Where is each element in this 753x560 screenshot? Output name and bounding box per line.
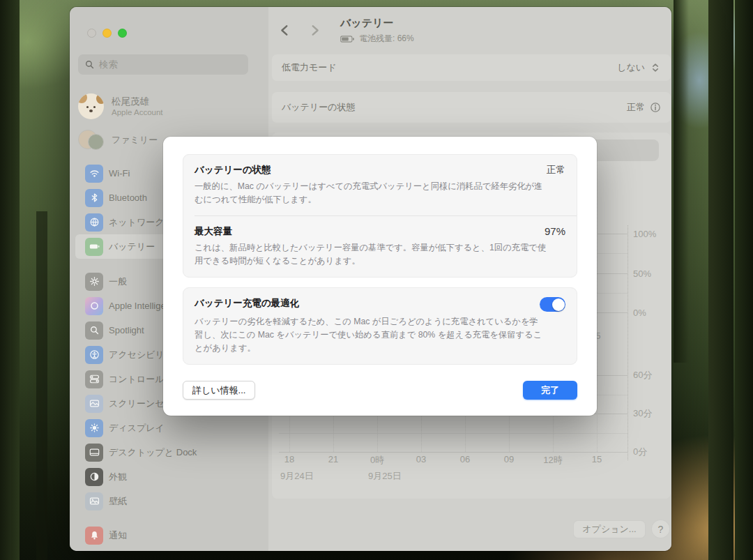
gridline [279, 433, 628, 434]
tree-trunk [735, 0, 753, 560]
sidebar-item-label: 外観 [109, 471, 127, 483]
family-label: ファミリー [112, 134, 158, 146]
spotlight-icon [85, 321, 103, 340]
search-icon [84, 59, 95, 70]
battery-health-row[interactable]: バッテリーの状態 正常 [272, 92, 671, 123]
row-label: バッテリーの状態 [282, 101, 356, 114]
sidebar-item-label: Spotlight [109, 325, 144, 335]
battery-level-icon [340, 35, 355, 43]
sidebar-item-label: バッテリー [109, 241, 155, 253]
sidebar-item-notifications[interactable]: 通知 [75, 523, 263, 547]
tree-trunk [708, 0, 733, 560]
screen-saver-icon [85, 395, 103, 413]
section-description: バッテリーの劣化を軽減するため、この Mac が日ごろどのように充電されているか… [195, 315, 547, 355]
section-title: バッテリー充電の最適化 [195, 297, 299, 310]
sidebar-group-notifications: 通知 [75, 523, 263, 547]
notifications-icon [85, 527, 103, 545]
page-title: バッテリー [340, 17, 414, 30]
y-tick-label: 50% [633, 268, 669, 279]
family-avatars [78, 129, 104, 151]
avatar [78, 93, 104, 119]
sidebar-item-label: 通知 [109, 529, 127, 542]
account-name: 松尾茂雄 [112, 96, 163, 108]
max-capacity-value: 97% [545, 225, 565, 237]
general-icon [85, 273, 103, 291]
section-description: 一般的に、Mac のバッテリーはすべての充電式バッテリーと同様に消耗品で経年劣化… [195, 180, 547, 206]
health-capacity-card: バッテリーの状態 正常 一般的に、Mac のバッテリーはすべての充電式バッテリー… [183, 154, 577, 278]
sidebar-item-desktop-dock[interactable]: デスクトップと Dock [75, 440, 263, 464]
wifi-icon [85, 165, 103, 183]
section-description: これは、新品時と比較したバッテリー容量の基準です。容量が低下すると、1回の充電で… [195, 241, 547, 268]
sidebar-item-apple-account[interactable]: 松尾茂雄 Apple Account [78, 90, 261, 122]
gridline [597, 142, 598, 452]
y-tick-label: 60分 [633, 369, 669, 381]
zoom-button[interactable] [118, 29, 127, 38]
back-button[interactable] [278, 24, 291, 37]
x-tick-label: 03 [407, 454, 435, 464]
date-label: 9月25日 [368, 470, 402, 483]
sidebar-item-label: Wi-Fi [109, 168, 130, 179]
optimized-charging-card: バッテリー充電の最適化 バッテリーの劣化を軽減するため、この Mac が日ごろど… [183, 287, 577, 365]
apple-intelligence-icon [85, 297, 103, 315]
tree-trunk [674, 0, 689, 363]
sidebar-item-label: ネットワーク [109, 216, 165, 229]
info-icon[interactable] [650, 102, 661, 113]
wallpaper-icon [85, 492, 103, 510]
close-button[interactable] [87, 29, 96, 38]
sidebar-item-label: ディスプレイ [109, 422, 165, 434]
x-tick-label: 21 [319, 454, 347, 464]
low-power-mode-row[interactable]: 低電力モード しない [272, 54, 671, 81]
section-title: 最大容量 [195, 225, 232, 238]
sidebar-item-wallpaper[interactable]: 壁紙 [75, 489, 263, 513]
row-label: 低電力モード [282, 61, 337, 74]
y-tick-label: 0% [633, 308, 669, 318]
optimized-charging-toggle[interactable] [540, 297, 565, 312]
display-icon [85, 419, 103, 437]
row-value: 正常 [627, 101, 645, 114]
x-tick-label: 18 [275, 454, 303, 464]
y-tick-label: 100% [633, 229, 669, 239]
battery-icon [85, 238, 103, 256]
x-tick-label: 09 [495, 454, 523, 464]
optimized-charging-section: バッテリー充電の最適化 バッテリーの劣化を軽減するため、この Mac が日ごろど… [183, 288, 577, 364]
battery-health-section: バッテリーの状態 正常 一般的に、Mac のバッテリーはすべての充電式バッテリー… [183, 155, 577, 215]
done-button[interactable]: 完了 [523, 381, 577, 400]
stepper-icon[interactable] [650, 62, 661, 73]
options-button[interactable]: オプション... [573, 520, 646, 538]
traffic-lights [87, 29, 127, 38]
more-info-button[interactable]: 詳しい情報... [183, 381, 255, 400]
row-value: しない [617, 61, 645, 74]
sidebar-item-appearance[interactable]: 外観 [75, 464, 263, 489]
search-input[interactable]: 検索 [78, 54, 248, 75]
account-subtitle: Apple Account [112, 108, 163, 116]
section-title: バッテリーの状態 [195, 164, 271, 176]
gridline [279, 452, 628, 453]
tree-trunk [0, 0, 20, 560]
screen: 検索 松尾茂雄 Apple Account ファミリー Wi-FiBluetoo… [0, 0, 753, 560]
sidebar-item-label: デスクトップと Dock [109, 446, 197, 459]
sidebar-item-label: Bluetooth [109, 192, 147, 203]
x-tick-label: 0時 [363, 454, 391, 467]
forward-button[interactable] [308, 24, 321, 37]
x-tick-label: 12時 [539, 454, 567, 467]
sidebar-item-display[interactable]: ディスプレイ [75, 416, 263, 440]
battery-health-value: 正常 [547, 164, 565, 176]
sidebar-item-label: 一般 [109, 275, 127, 288]
bluetooth-icon [85, 189, 103, 207]
date-label: 9月24日 [280, 470, 314, 483]
tree-trunk [36, 211, 47, 560]
network-icon [85, 213, 103, 232]
search-placeholder: 検索 [99, 59, 118, 71]
sidebar-item-label: 壁紙 [109, 495, 127, 508]
battery-health-dialog: バッテリーの状態 正常 一般的に、Mac のバッテリーはすべての充電式バッテリー… [163, 137, 597, 416]
chart-axis-line [628, 225, 628, 460]
accessibility-icon [85, 346, 103, 364]
y-tick-label: 30分 [633, 407, 669, 420]
minimize-button[interactable] [102, 29, 112, 38]
help-button[interactable]: ? [651, 520, 670, 538]
toggle-knob [552, 298, 565, 311]
battery-status-text: 電池残量: 66% [359, 33, 414, 45]
max-capacity-section: 最大容量 97% これは、新品時と比較したバッテリー容量の基準です。容量が低下す… [183, 216, 577, 277]
desktop-dock-icon [85, 444, 103, 462]
x-tick-label: 06 [451, 454, 479, 464]
